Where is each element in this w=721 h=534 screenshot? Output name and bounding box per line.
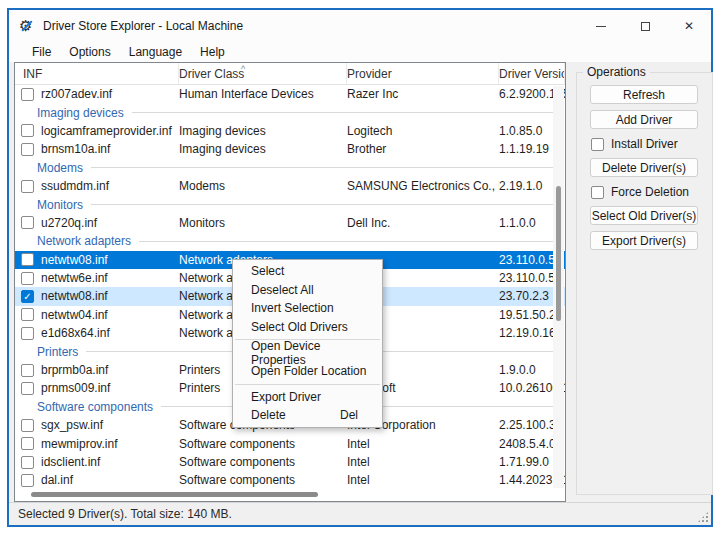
context-menu-item-deselect-all[interactable]: Deselect All bbox=[233, 281, 382, 300]
row-checkbox[interactable] bbox=[21, 180, 34, 193]
column-header-driver-class[interactable]: Driver Class^ bbox=[179, 63, 347, 84]
cell-inf: brprmb0a.inf bbox=[41, 363, 179, 377]
row-checkbox[interactable] bbox=[21, 253, 34, 266]
add-driver-button[interactable]: Add Driver bbox=[590, 110, 698, 129]
menu-shortcut: Del bbox=[340, 408, 372, 422]
row-checkbox[interactable] bbox=[21, 88, 34, 101]
minimize-button[interactable] bbox=[579, 10, 623, 42]
row-checkbox[interactable] bbox=[21, 364, 34, 377]
context-menu-item-open-device-properties[interactable]: Open Device Properties bbox=[233, 343, 382, 362]
row-checkbox[interactable] bbox=[21, 419, 34, 432]
horizontal-scrollbar[interactable] bbox=[15, 490, 565, 499]
cell-inf: u2720q.inf bbox=[41, 216, 179, 230]
table-row[interactable]: rz007adev.infHuman Interface DevicesRaze… bbox=[15, 85, 565, 103]
app-window: ⚙ Driver Store Explorer - Local Machine … bbox=[7, 8, 713, 527]
context-menu-item-export-driver[interactable]: Export Driver bbox=[233, 388, 382, 407]
cell-driver-class: Imaging devices bbox=[179, 124, 347, 138]
menu-separator bbox=[235, 384, 380, 385]
table-row[interactable]: logicamframeprovider.infImaging devicesL… bbox=[15, 122, 565, 140]
context-menu-item-select[interactable]: Select bbox=[233, 262, 382, 281]
column-header-provider[interactable]: Provider bbox=[347, 63, 499, 84]
checkbox-label: Force Deletion bbox=[611, 185, 689, 199]
row-checkbox[interactable]: ✓ bbox=[21, 290, 34, 303]
table-row[interactable]: dal.infSoftware componentsIntel1.44.2023… bbox=[15, 471, 565, 489]
row-checkbox[interactable] bbox=[21, 216, 34, 229]
sort-ascending-icon: ^ bbox=[241, 63, 245, 80]
checkbox-label: Install Driver bbox=[611, 137, 678, 151]
cell-provider: Logitech bbox=[347, 124, 499, 138]
group-row-network-adapters: Network adapters bbox=[15, 232, 565, 250]
menu-item-file[interactable]: File bbox=[23, 43, 60, 61]
row-checkbox[interactable] bbox=[21, 272, 34, 285]
checkbox-box[interactable] bbox=[591, 138, 604, 151]
resize-grip-icon[interactable] bbox=[697, 511, 709, 523]
checkbox-box[interactable] bbox=[591, 186, 604, 199]
group-divider bbox=[91, 167, 561, 168]
vertical-scrollbar-thumb[interactable] bbox=[556, 186, 561, 321]
cell-provider: Intel bbox=[347, 455, 499, 469]
row-checkbox[interactable] bbox=[21, 437, 34, 450]
group-label: Monitors bbox=[37, 198, 83, 212]
close-button[interactable]: ✕ bbox=[667, 10, 711, 42]
cell-driver-class: Software components bbox=[179, 473, 347, 487]
group-label: Network adapters bbox=[37, 234, 131, 248]
row-checkbox[interactable] bbox=[21, 456, 34, 469]
refresh-button[interactable]: Refresh bbox=[590, 85, 698, 104]
table-row[interactable]: u2720q.infMonitorsDell Inc.1.1.0.0 bbox=[15, 214, 565, 232]
cell-inf: rz007adev.inf bbox=[41, 87, 179, 101]
delete-driver-s-button[interactable]: Delete Driver(s) bbox=[590, 158, 698, 177]
row-checkbox[interactable] bbox=[21, 382, 34, 395]
row-checkbox[interactable] bbox=[21, 308, 34, 321]
group-row-modems: Modems bbox=[15, 159, 565, 177]
vertical-scrollbar[interactable] bbox=[553, 86, 564, 488]
operations-body: RefreshAdd DriverInstall DriverDelete Dr… bbox=[577, 79, 712, 256]
row-checkbox[interactable] bbox=[21, 143, 34, 156]
column-header-driver-version[interactable]: Driver Version bbox=[499, 63, 565, 84]
window-title: Driver Store Explorer - Local Machine bbox=[43, 19, 243, 33]
table-row[interactable]: ssudmdm.infModemsSAMSUNG Electronics Co.… bbox=[15, 177, 565, 195]
cell-provider: SAMSUNG Electronics Co., Ltd. bbox=[347, 179, 499, 193]
group-label: Printers bbox=[37, 345, 78, 359]
cell-provider: Intel bbox=[347, 437, 499, 451]
row-checkbox[interactable] bbox=[21, 124, 34, 137]
install-driver-checkbox[interactable]: Install Driver bbox=[591, 137, 712, 151]
force-deletion-checkbox[interactable]: Force Deletion bbox=[591, 185, 712, 199]
group-row-monitors: Monitors bbox=[15, 195, 565, 213]
table-row[interactable]: mewmiprov.infSoftware componentsIntel240… bbox=[15, 434, 565, 452]
horizontal-scrollbar-thumb[interactable] bbox=[31, 492, 318, 497]
cell-driver-class: Software components bbox=[179, 455, 347, 469]
maximize-button[interactable] bbox=[623, 10, 667, 42]
context-menu-item-open-folder-location[interactable]: Open Folder Location bbox=[233, 362, 382, 381]
export-driver-s-button[interactable]: Export Driver(s) bbox=[590, 231, 698, 250]
cell-inf: dal.inf bbox=[41, 473, 179, 487]
gear-icon: ⚙ bbox=[19, 18, 35, 34]
status-text: Selected 9 Driver(s). Total size: 140 MB… bbox=[18, 507, 232, 521]
cell-inf: sgx_psw.inf bbox=[41, 418, 179, 432]
context-menu: SelectDeselect AllInvert SelectionSelect… bbox=[232, 259, 383, 428]
cell-inf: logicamframeprovider.inf bbox=[41, 124, 179, 138]
context-menu-item-delete[interactable]: DeleteDel bbox=[233, 406, 382, 425]
row-checkbox[interactable] bbox=[21, 474, 34, 487]
menu-item-help[interactable]: Help bbox=[191, 43, 234, 61]
table-row[interactable]: idsclient.infSoftware componentsIntel1.7… bbox=[15, 453, 565, 471]
table-row[interactable]: brnsm10a.infImaging devicesBrother1.1.19… bbox=[15, 140, 565, 158]
cell-inf: mewmiprov.inf bbox=[41, 437, 179, 451]
select-old-driver-s-button[interactable]: Select Old Driver(s) bbox=[590, 206, 698, 225]
menu-item-language[interactable]: Language bbox=[120, 43, 191, 61]
cell-provider: Razer Inc bbox=[347, 87, 499, 101]
group-label: Imaging devices bbox=[37, 106, 124, 120]
group-label: Software components bbox=[37, 400, 153, 414]
context-menu-item-invert-selection[interactable]: Invert Selection bbox=[233, 299, 382, 318]
cell-driver-class: Monitors bbox=[179, 216, 347, 230]
cell-provider: Brother bbox=[347, 142, 499, 156]
cell-driver-class: Imaging devices bbox=[179, 142, 347, 156]
window-controls: ✕ bbox=[579, 10, 711, 42]
context-menu-item-select-old-drivers[interactable]: Select Old Drivers bbox=[233, 318, 382, 337]
row-checkbox[interactable] bbox=[21, 327, 34, 340]
menu-item-options[interactable]: Options bbox=[60, 43, 119, 61]
column-header-inf[interactable]: INF bbox=[15, 63, 179, 84]
group-label: Modems bbox=[37, 161, 83, 175]
group-divider bbox=[139, 241, 561, 242]
menu-bar: FileOptionsLanguageHelp bbox=[9, 42, 711, 62]
cell-driver-class: Software components bbox=[179, 437, 347, 451]
